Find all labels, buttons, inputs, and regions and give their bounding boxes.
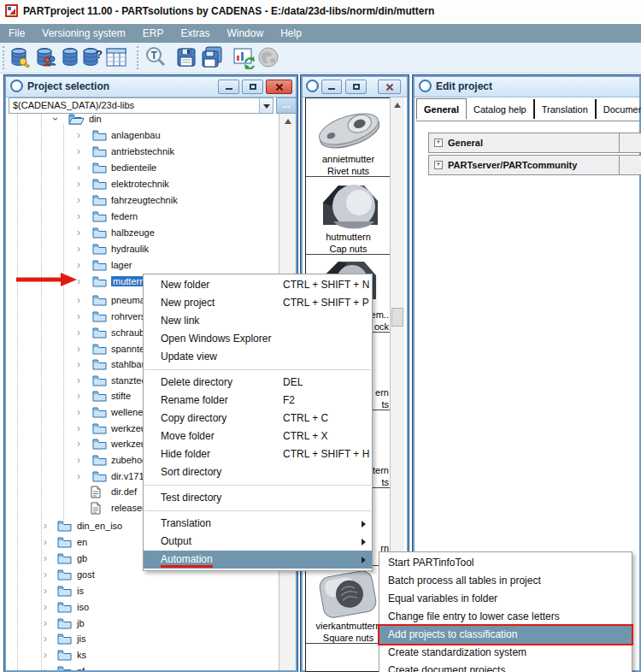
expand-chevron-icon[interactable]: › [77,178,80,190]
close-button[interactable] [378,80,401,94]
section-row-general[interactable]: +General [428,133,641,153]
minimize-button[interactable] [218,80,239,94]
menu-item-start-partinfotool[interactable]: Start PARTinfoTool [379,554,632,572]
expand-chevron-icon[interactable]: › [44,649,47,661]
menubar-item-extras[interactable]: Extras [172,24,218,43]
tab-catalog-help[interactable]: Catalog help [467,99,535,119]
expand-chevron-icon[interactable]: › [44,665,47,670]
tree-item-din[interactable]: ›din [8,114,278,127]
collapse-chevron-icon[interactable]: › [50,117,62,121]
expand-chevron-icon[interactable]: › [77,470,80,482]
tree-item-federn[interactable]: ›federn [8,209,278,225]
menu-item-hide-folder[interactable]: Hide folderCTRL + SHIFT + H [144,445,372,463]
menu-item-new-folder[interactable]: New folderCTRL + SHIFT + N [144,276,372,294]
menu-item-translation[interactable]: Translation [144,515,372,533]
database-users-icon[interactable] [32,45,56,69]
export-diagram-icon[interactable] [232,45,256,69]
tree-item-is[interactable]: ›is [8,583,278,599]
maximize-button[interactable] [242,80,263,94]
tree-item-elektrotechnik[interactable]: ›elektrotechnik [8,176,278,192]
expand-chevron-icon[interactable]: › [77,374,80,386]
expand-chevron-icon[interactable]: › [44,633,47,645]
expand-chevron-icon[interactable]: › [77,343,80,355]
tree-item-hydraulik[interactable]: ›hydraulik [8,241,278,257]
tree-item-jis[interactable]: ›jis [8,631,278,647]
close-button[interactable] [266,80,292,94]
expand-plus-icon[interactable]: + [434,161,443,169]
toolbar-drag-handle[interactable] [3,46,4,69]
menu-item-output[interactable]: Output [144,533,372,551]
menubar-item-erp[interactable]: ERP [134,24,173,43]
expand-chevron-icon[interactable]: › [44,520,47,532]
expand-chevron-icon[interactable]: › [77,162,80,174]
menu-item-test-directory[interactable]: Test directory [144,489,372,507]
expand-chevron-icon[interactable]: › [77,310,80,322]
expand-chevron-icon[interactable]: › [44,585,47,597]
expand-chevron-icon[interactable]: › [77,194,80,206]
menu-item-new-link[interactable]: New link [144,312,372,330]
expand-chevron-icon[interactable]: › [44,552,47,564]
menu-item-delete-directory[interactable]: Delete directoryDEL [144,374,372,392]
menubar-item-versioning-system[interactable]: Versioning system [33,24,133,43]
tree-item-nf[interactable]: ›nf [8,663,278,670]
tab-general[interactable]: General [416,98,467,120]
toolbar-drag-handle[interactable] [137,46,138,69]
maximize-button[interactable] [345,80,367,94]
menu-item-update-view[interactable]: Update view [144,348,372,366]
tree-item-anlagenbau[interactable]: ›anlagenbau [8,127,278,144]
search-text-icon[interactable]: T [144,45,168,69]
save-all-icon[interactable] [199,45,223,69]
section-row-partserver-partcommunity[interactable]: +PARTserver/PARTcommunity [428,155,641,175]
menu-item-new-project[interactable]: New projectCTRL + SHIFT + P [144,294,372,312]
menubar-item-window[interactable]: Window [218,24,272,43]
expand-chevron-icon[interactable]: › [77,259,80,271]
scroll-up-button[interactable] [279,114,296,128]
menu-item-batch-process-all-tables-in-project[interactable]: Batch process all tables in project [379,572,632,590]
menu-item-automation[interactable]: Automation [144,551,372,569]
expand-chevron-icon[interactable]: › [44,569,47,581]
expand-plus-icon[interactable]: + [434,139,443,147]
expand-chevron-icon[interactable]: › [77,210,80,222]
expand-chevron-icon[interactable]: › [77,145,80,157]
expand-chevron-icon[interactable]: › [77,227,80,239]
thumbnail-cell[interactable]: annietmutterRivet nuts [306,99,391,177]
expand-chevron-icon[interactable]: › [44,601,47,613]
expand-chevron-icon[interactable]: › [77,294,80,306]
table-icon[interactable] [104,45,128,69]
menu-item-move-folder[interactable]: Move folderCTRL + X [144,427,372,445]
menu-item-create-standardization-system[interactable]: Create standardization system [379,644,632,662]
menu-item-open-windows-explorer[interactable]: Open Windows Explorer [144,330,372,348]
path-combobox[interactable]: $(CADENAS_DATA)/23d-libs [9,97,273,114]
scroll-up-button[interactable] [391,97,404,112]
menu-item-create-document-projects[interactable]: Create document projects [379,662,632,672]
expand-chevron-icon[interactable]: › [77,406,80,418]
menu-item-rename-folder[interactable]: Rename folderF2 [144,392,372,410]
expand-chevron-icon[interactable]: › [77,358,80,370]
expand-chevron-icon[interactable]: › [77,243,80,255]
menu-item-sort-directory[interactable]: Sort directory [144,463,372,481]
globe-icon[interactable] [256,45,280,69]
menu-item-change-file-entry-to-lower-case-letters[interactable]: Change file entry to lower case letters [379,608,632,626]
expand-chevron-icon[interactable]: › [44,617,47,629]
tab-document[interactable]: Document [597,99,641,119]
database-help-icon[interactable]: ? [79,45,103,69]
expand-chevron-icon[interactable]: › [44,536,47,548]
save-icon[interactable] [174,45,198,69]
expand-chevron-icon[interactable]: › [77,390,80,402]
tree-item-jb[interactable]: ›jb [8,616,278,632]
thumbnail-cell[interactable]: hutmutternCap nuts [306,177,391,255]
scrollbar-thumb[interactable] [391,308,403,327]
expand-chevron-icon[interactable]: › [77,422,80,434]
expand-chevron-icon[interactable]: › [77,454,80,466]
menubar-item-help[interactable]: Help [272,24,310,43]
tab-translation[interactable]: Translation [535,99,597,119]
tree-item-antriebstechnik[interactable]: ›antriebstechnik [8,144,278,160]
browse-button[interactable]: ... [276,97,297,114]
menu-item-add-projects-to-classification[interactable]: Add projects to classification [379,626,632,644]
expand-chevron-icon[interactable]: › [77,438,80,450]
combobox-dropdown-button[interactable] [259,98,273,113]
database-key-icon[interactable] [7,45,31,69]
expand-chevron-icon[interactable]: › [77,327,80,339]
tree-item-iso[interactable]: ›iso [8,599,278,616]
tree-item-fahrzeugtechnik[interactable]: ›fahrzeugtechnik [8,192,278,209]
